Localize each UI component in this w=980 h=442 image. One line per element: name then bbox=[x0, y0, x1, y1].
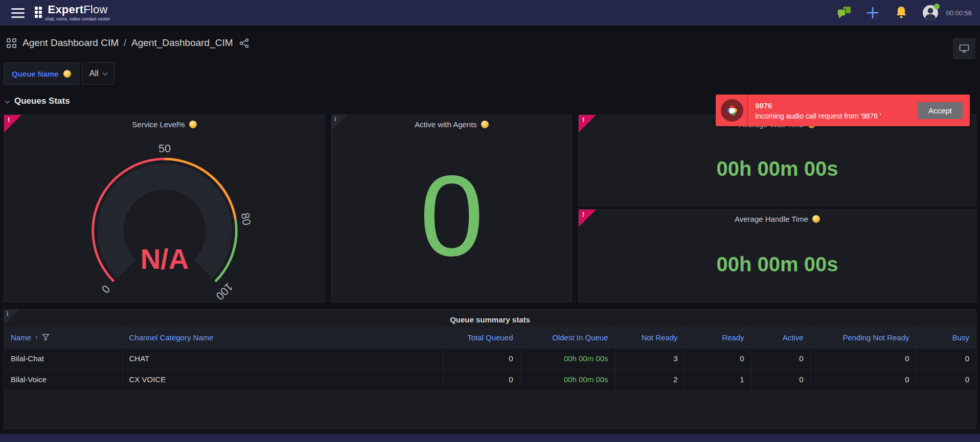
average-handle-time-value: 00h 00m 00s bbox=[717, 253, 838, 276]
average-handle-time-title[interactable]: Average Handle Time bbox=[579, 210, 976, 225]
menu-icon[interactable] bbox=[11, 8, 25, 18]
presence-status-dot bbox=[934, 4, 940, 9]
table-row: Bilal-Chat CHAT 0 00h 00m 00s 3 0 0 0 0 bbox=[4, 348, 976, 369]
average-handle-time-title-text: Average Handle Time bbox=[735, 215, 808, 223]
service-level-gauge: 0 50 80 100 N/A bbox=[65, 133, 264, 301]
gauge-tick-50: 50 bbox=[158, 142, 170, 155]
cell-not-ready: 3 bbox=[615, 348, 685, 369]
info-corner-icon[interactable]: i bbox=[332, 115, 347, 130]
cell-pending-not-ready: 0 bbox=[810, 369, 916, 390]
breadcrumb-page[interactable]: Agent_Dashboard_CIM bbox=[131, 37, 233, 49]
queue-name-filter-dropdown[interactable]: All bbox=[82, 62, 115, 85]
gauge-tick-100: 100 bbox=[213, 281, 235, 301]
chat-icon[interactable] bbox=[836, 5, 852, 20]
brand-name: ExpertFlow bbox=[48, 4, 108, 15]
cell-channel: CHAT bbox=[122, 348, 443, 369]
warning-dot-icon bbox=[189, 121, 197, 128]
cell-pending-not-ready: 0 bbox=[810, 348, 916, 369]
add-icon[interactable] bbox=[865, 5, 880, 20]
column-header-ready[interactable]: Ready bbox=[685, 327, 751, 348]
service-level-title-text: Service Level% bbox=[132, 120, 185, 129]
cell-oldest-in-queue: 00h 00m 00s bbox=[520, 348, 615, 369]
incoming-call-banner: 9876 Incoming audio call request from '9… bbox=[716, 95, 970, 126]
kiosk-mode-button[interactable] bbox=[953, 38, 975, 59]
cell-channel: CX VOICE bbox=[122, 369, 443, 390]
active-with-agents-title-text: Active with Agents bbox=[415, 120, 477, 129]
expertflow-logo[interactable]: ExpertFlow chat, voice, video contact ce… bbox=[35, 4, 110, 21]
service-level-panel: ! Service Level% 0 50 80 100 bbox=[4, 114, 325, 303]
active-with-agents-title[interactable]: Active with Agents bbox=[332, 115, 572, 130]
cell-active: 0 bbox=[751, 348, 810, 369]
queue-name-label-text: Queue Name bbox=[12, 69, 59, 78]
avatar[interactable] bbox=[922, 5, 939, 21]
cell-total-queued: 0 bbox=[443, 369, 520, 390]
column-header-active[interactable]: Active bbox=[751, 327, 810, 348]
table-header-row: Name ↑ Channel Category Name Total Queue… bbox=[4, 327, 976, 348]
average-handle-time-panel: ! Average Handle Time 00h 00m 00s bbox=[578, 209, 976, 303]
incoming-call-message: Incoming audio call request from '9876 ' bbox=[755, 112, 881, 120]
error-corner-icon[interactable]: ! bbox=[4, 115, 21, 132]
column-header-pending-not-ready[interactable]: Pending Not Ready bbox=[810, 327, 916, 348]
active-with-agents-value: 0 bbox=[420, 170, 484, 262]
bottom-status-bar bbox=[0, 434, 980, 442]
filter-funnel-icon[interactable] bbox=[42, 334, 50, 341]
info-corner-icon[interactable]: i bbox=[4, 310, 19, 325]
caller-avatar-icon bbox=[721, 99, 743, 122]
error-corner-icon[interactable]: ! bbox=[579, 115, 596, 132]
average-wait-time-panel: ! Average Wait Time 00h 00m 00s bbox=[578, 114, 976, 206]
top-navbar: ExpertFlow chat, voice, video contact ce… bbox=[0, 0, 980, 26]
service-level-value: N/A bbox=[140, 243, 189, 275]
queue-filter-value: All bbox=[89, 69, 99, 78]
service-level-title[interactable]: Service Level% bbox=[4, 115, 325, 130]
queue-summary-panel: i Queue summary stats Name ↑ bbox=[4, 309, 976, 429]
table-row: Bilal-Voice CX VOICE 0 00h 00m 00s 2 1 0… bbox=[4, 369, 976, 390]
section-title: Queues Stats bbox=[14, 96, 70, 106]
column-header-oldest-in-queue[interactable]: Oldest In Queue bbox=[520, 327, 615, 348]
column-header-name[interactable]: Name ↑ bbox=[4, 327, 122, 348]
queue-summary-title: Queue summary stats bbox=[4, 310, 976, 327]
warning-dot-icon bbox=[812, 215, 820, 223]
bell-icon[interactable] bbox=[894, 5, 909, 20]
cell-not-ready: 2 bbox=[615, 369, 685, 390]
dashboard-grid-icon[interactable] bbox=[7, 38, 16, 48]
gauge-tick-0: 0 bbox=[99, 283, 112, 296]
column-header-name-text: Name bbox=[11, 333, 31, 342]
cell-busy: 0 bbox=[916, 348, 976, 369]
cell-name: Bilal-Voice bbox=[4, 369, 122, 390]
active-with-agents-panel: i Active with Agents 0 bbox=[331, 114, 572, 303]
accept-call-button[interactable]: Accept bbox=[918, 102, 963, 119]
queue-name-filter-label: Queue Name bbox=[4, 62, 79, 85]
column-header-channel[interactable]: Channel Category Name bbox=[122, 327, 443, 348]
average-wait-time-value: 00h 00m 00s bbox=[717, 157, 838, 180]
warning-dot-icon bbox=[481, 121, 489, 128]
breadcrumb-dashboard[interactable]: Agent Dashboard CIM bbox=[22, 37, 119, 49]
column-header-busy[interactable]: Busy bbox=[916, 327, 976, 348]
cell-ready: 1 bbox=[685, 369, 751, 390]
sort-ascending-icon: ↑ bbox=[35, 333, 38, 341]
brand-tagline: chat, voice, video contact center bbox=[45, 17, 110, 21]
cell-oldest-in-queue: 00h 00m 00s bbox=[520, 369, 615, 390]
caller-id: 9876 bbox=[755, 101, 881, 110]
logo-dots-icon bbox=[35, 7, 42, 18]
section-chevron-icon bbox=[5, 98, 10, 103]
breadcrumb: Agent Dashboard CIM / Agent_Dashboard_CI… bbox=[4, 32, 976, 54]
cell-ready: 0 bbox=[685, 348, 751, 369]
banner-divider bbox=[747, 95, 748, 126]
cell-total-queued: 0 bbox=[443, 348, 520, 369]
column-header-total-queued[interactable]: Total Queued bbox=[443, 327, 520, 348]
breadcrumb-separator: / bbox=[124, 38, 126, 49]
error-corner-icon[interactable]: ! bbox=[579, 210, 596, 227]
cell-active: 0 bbox=[751, 369, 810, 390]
cell-busy: 0 bbox=[916, 369, 976, 390]
chevron-down-icon bbox=[103, 70, 108, 75]
cell-name: Bilal-Chat bbox=[4, 348, 122, 369]
gauge-tick-80: 80 bbox=[238, 212, 253, 226]
column-header-not-ready[interactable]: Not Ready bbox=[615, 327, 685, 348]
queue-summary-table: Name ↑ Channel Category Name Total Queue… bbox=[4, 327, 976, 390]
warning-dot-icon bbox=[63, 70, 71, 78]
share-icon[interactable] bbox=[239, 38, 249, 48]
session-timer: 00:00:56 bbox=[946, 9, 972, 17]
